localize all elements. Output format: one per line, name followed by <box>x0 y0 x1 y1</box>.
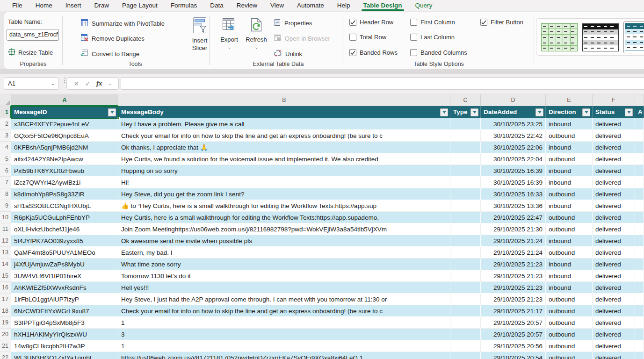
cell-extra[interactable] <box>635 118 644 130</box>
cell-message-body[interactable]: Check your email for info on how to skip… <box>118 305 450 317</box>
tab-insert[interactable]: Insert <box>59 0 88 11</box>
resize-table-button[interactable]: Resize Table <box>6 47 55 58</box>
cell-message-id[interactable]: x3BCP4XFYF2epue4nLeV <box>11 118 118 130</box>
cell-extra[interactable] <box>635 223 644 235</box>
header-cell-messageid[interactable]: MessageID <box>11 106 118 118</box>
cell-type[interactable] <box>450 130 481 142</box>
cell-message-id[interactable]: 1lrFbLO1ggtAlUP7izyP <box>11 294 118 305</box>
cell-extra[interactable] <box>635 153 644 165</box>
cell-date-added[interactable]: 30/10/2025 16:39 <box>481 177 546 188</box>
cell-type[interactable] <box>450 118 481 130</box>
cell-type[interactable] <box>450 153 481 165</box>
formula-bar-drag-dots-icon[interactable]: ⋮ <box>61 79 64 82</box>
cell-status[interactable]: delivered <box>593 235 635 247</box>
cell-date-added[interactable]: 29/10/2025 20:56 <box>481 340 546 352</box>
tab-formulas[interactable]: Formulas <box>164 0 203 11</box>
row-number[interactable]: 7 <box>0 177 11 188</box>
cell-message-id[interactable]: GQxx5F5tOe96Qnpc8EuA <box>11 130 118 142</box>
cell-direction[interactable]: outbound <box>546 317 593 329</box>
cell-date-added[interactable]: 30/10/2025 23:25 <box>481 118 546 130</box>
cell-extra[interactable] <box>635 212 644 223</box>
filter-button-icon[interactable] <box>108 108 116 116</box>
cell-extra[interactable] <box>635 305 644 317</box>
tab-home[interactable]: Home <box>29 0 59 11</box>
header-cell-direction[interactable]: Direction <box>546 106 593 118</box>
summarize-pivottable-button[interactable]: Summarize with PivotTable <box>79 18 166 29</box>
formula-input[interactable] <box>121 77 644 90</box>
cell-message-body[interactable]: Tomorrow 1130 let's do it <box>118 270 450 282</box>
tab-query[interactable]: Query <box>409 0 439 11</box>
cell-date-added[interactable]: 29/10/2025 21:23 <box>481 282 546 294</box>
filter-button-icon[interactable] <box>535 108 543 116</box>
header-cell-type[interactable]: Type <box>450 106 481 118</box>
cell-status[interactable]: delivered <box>593 258 635 270</box>
header-cell-status[interactable]: Status <box>593 106 635 118</box>
unchecked-checkbox-icon[interactable] <box>410 34 417 41</box>
cell-date-added[interactable]: 29/10/2025 21:23 <box>481 270 546 282</box>
row-number[interactable]: 11 <box>0 223 11 235</box>
checkbox-last-column[interactable]: Last Column <box>410 34 455 41</box>
cell-message-body[interactable]: Ok awesome send me invite when possible … <box>118 235 450 247</box>
checked-checkbox-icon[interactable] <box>349 49 356 56</box>
cell-date-added[interactable]: 29/10/2025 21:30 <box>481 223 546 235</box>
cell-extra[interactable] <box>635 340 644 352</box>
remove-duplicates-button[interactable]: Remove Duplicates <box>79 33 146 44</box>
cell-type[interactable] <box>450 165 481 177</box>
row-number[interactable]: 2 <box>0 118 11 130</box>
cell-message-id[interactable]: k8dImohYp8PsS8g33ZiR <box>11 188 118 200</box>
cell-type[interactable] <box>450 282 481 294</box>
cell-type[interactable] <box>450 235 481 247</box>
row-number[interactable]: 17 <box>0 294 11 305</box>
cell-type[interactable] <box>450 340 481 352</box>
cell-type[interactable] <box>450 177 481 188</box>
cell-message-body[interactable]: Hey Curtis, here is a small walkthrough … <box>118 212 450 223</box>
row-number[interactable]: 4 <box>0 142 11 153</box>
cell-date-added[interactable]: 29/10/2025 21:24 <box>481 247 546 258</box>
header-cell-dateadded[interactable]: DateAdded <box>481 106 546 118</box>
cell-message-id[interactable]: WL3UN3HGO1ZxfYaTqmbL <box>11 352 118 359</box>
cell-message-body[interactable]: Hey Steve, did you get the zoom link I s… <box>118 188 450 200</box>
cell-message-body[interactable]: Ok thanks, I appreciate that 🙏 <box>118 142 450 153</box>
column-header-a[interactable]: A <box>11 94 118 106</box>
column-header-d[interactable]: D <box>481 94 546 106</box>
filter-button-icon[interactable] <box>470 108 478 116</box>
cell-direction[interactable]: outbound <box>546 212 593 223</box>
cell-extra[interactable] <box>635 317 644 329</box>
cell-message-id[interactable]: hXH1HAKlMyYIrQlszxWU <box>11 329 118 340</box>
cell-message-body[interactable]: 1 <box>118 317 450 329</box>
table-style-swatch-green[interactable] <box>541 23 578 51</box>
tab-automate[interactable]: Automate <box>290 0 331 11</box>
table-style-swatch-teal-selected[interactable] <box>623 22 644 53</box>
cell-message-body[interactable]: Eastern, my bad. I <box>118 247 450 258</box>
column-header-c[interactable]: C <box>450 94 481 106</box>
cell-date-added[interactable]: 30/10/2025 16:33 <box>481 188 546 200</box>
cell-message-body[interactable]: 3 <box>118 329 450 340</box>
row-number[interactable]: 5 <box>0 153 11 165</box>
cell-extra[interactable] <box>635 165 644 177</box>
cell-message-body[interactable]: Hopping on so sorry <box>118 165 450 177</box>
cell-extra[interactable] <box>635 282 644 294</box>
cell-type[interactable] <box>450 352 481 359</box>
cell-date-added[interactable]: 29/10/2025 21:24 <box>481 235 546 247</box>
cell-message-body[interactable]: Hey Steve, I just had the A2P approval c… <box>118 294 450 305</box>
row-number[interactable]: 18 <box>0 305 11 317</box>
cell-extra[interactable] <box>635 130 644 142</box>
cell-date-added[interactable]: 29/10/2025 21:23 <box>481 258 546 270</box>
row-number[interactable]: 3 <box>0 130 11 142</box>
cell-date-added[interactable]: 30/10/2025 22:04 <box>481 153 546 165</box>
cell-message-body[interactable]: Hye Curtis, we found a solution for the … <box>118 153 450 165</box>
cell-status[interactable]: delivered <box>593 270 635 282</box>
export-dropdown-chevron-icon[interactable]: ⌄ <box>227 45 231 50</box>
cell-status[interactable]: delivered <box>593 118 635 130</box>
cell-date-added[interactable]: 30/10/2025 22:42 <box>481 130 546 142</box>
cell-extra[interactable] <box>635 294 644 305</box>
cell-status[interactable]: delivered <box>593 142 635 153</box>
cell-message-id[interactable]: Pxl59bTK6YXLf0zFbwub <box>11 165 118 177</box>
cell-type[interactable] <box>450 294 481 305</box>
cell-type[interactable] <box>450 247 481 258</box>
filter-button-icon[interactable] <box>582 108 590 116</box>
cell-direction[interactable]: outbound <box>546 130 593 142</box>
row-number[interactable]: 20 <box>0 329 11 340</box>
cell-extra[interactable] <box>635 329 644 340</box>
unchecked-checkbox-icon[interactable] <box>349 34 356 41</box>
